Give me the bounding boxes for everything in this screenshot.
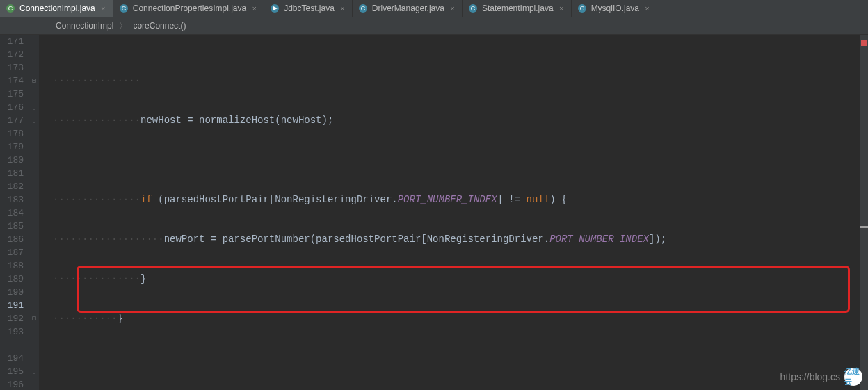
tab-label: DriverManager.java bbox=[372, 3, 444, 13]
close-icon[interactable]: × bbox=[99, 5, 107, 13]
tab-label: ConnectionPropertiesImpl.java bbox=[133, 3, 246, 13]
class-icon: C bbox=[6, 3, 15, 13]
class-icon: C bbox=[119, 3, 129, 13]
chevron-right-icon: 〉 bbox=[119, 20, 127, 32]
svg-text:C: C bbox=[8, 5, 13, 12]
line-gutter: 1711721731741751761771781791801811821831… bbox=[0, 35, 29, 390]
svg-text:C: C bbox=[579, 5, 584, 12]
breadcrumb: ConnectionImpl 〉 coreConnect() bbox=[0, 17, 868, 35]
breadcrumb-class[interactable]: ConnectionImpl bbox=[56, 21, 113, 31]
watermark-url: https://blog.cs bbox=[780, 371, 840, 382]
svg-text:C: C bbox=[121, 5, 126, 12]
tab-mysqlio[interactable]: C MysqlIO.java × bbox=[572, 0, 657, 17]
editor-tabs: C ConnectionImpl.java × C ConnectionProp… bbox=[0, 0, 868, 17]
class-icon: C bbox=[358, 3, 368, 13]
tab-connectionimpl[interactable]: C ConnectionImpl.java × bbox=[0, 0, 113, 17]
fold-gutter: ⊟⌟⌟⊟⌟⌟ bbox=[29, 35, 39, 390]
caret-marker bbox=[860, 226, 868, 228]
close-icon[interactable]: × bbox=[643, 5, 651, 13]
tab-label: ConnectionImpl.java bbox=[19, 3, 95, 13]
code-area[interactable]: ··············· ···············newHost =… bbox=[39, 35, 868, 390]
close-icon[interactable]: × bbox=[449, 5, 456, 13]
class-icon: C bbox=[577, 3, 587, 13]
tab-connectionprops[interactable]: C ConnectionPropertiesImpl.java × bbox=[113, 0, 264, 17]
tab-label: StatementImpl.java bbox=[482, 3, 554, 13]
svg-text:C: C bbox=[361, 5, 366, 12]
close-icon[interactable]: × bbox=[339, 5, 346, 13]
close-icon[interactable]: × bbox=[558, 5, 565, 13]
error-marker-icon[interactable] bbox=[861, 40, 867, 46]
tab-drivermanager[interactable]: C DriverManager.java × bbox=[353, 0, 463, 17]
run-icon bbox=[270, 3, 280, 13]
svg-text:C: C bbox=[471, 5, 476, 12]
tab-statementimpl[interactable]: C StatementImpl.java × bbox=[463, 0, 572, 17]
error-stripe[interactable] bbox=[860, 35, 868, 390]
watermark-logo-icon: 亿速云 bbox=[844, 368, 862, 386]
watermark: https://blog.cs 亿速云 bbox=[780, 368, 862, 386]
tab-jdbctest[interactable]: JdbcTest.java × bbox=[264, 0, 353, 17]
tab-label: MysqlIO.java bbox=[591, 3, 639, 13]
class-icon: C bbox=[468, 3, 478, 13]
breadcrumb-method[interactable]: coreConnect() bbox=[133, 21, 186, 31]
close-icon[interactable]: × bbox=[250, 5, 258, 13]
tab-label: JdbcTest.java bbox=[284, 3, 335, 13]
code-editor[interactable]: 1711721731741751761771781791801811821831… bbox=[0, 35, 868, 390]
